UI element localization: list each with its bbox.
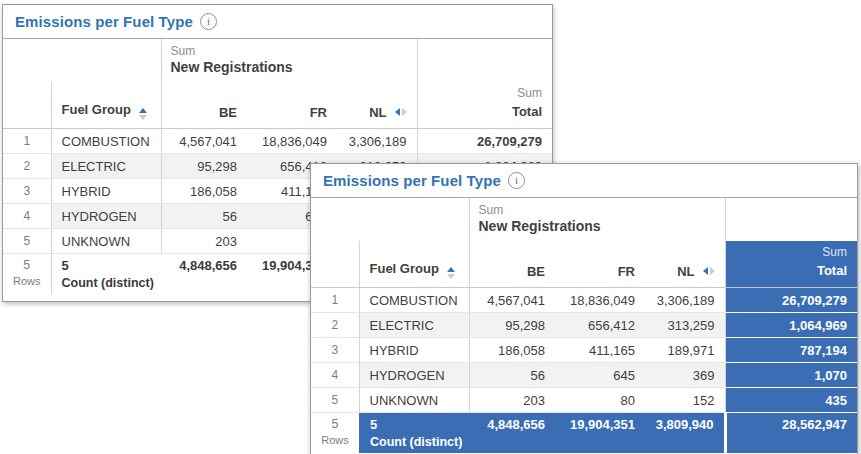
sort-ascending-icon[interactable] bbox=[139, 108, 147, 120]
column-collapse-icon[interactable] bbox=[395, 108, 407, 116]
row-number: 2 bbox=[3, 154, 51, 179]
fuel-group-header-label: Fuel Group bbox=[62, 102, 131, 117]
column-header-fr[interactable]: FR bbox=[247, 82, 337, 129]
table-row: 1 COMBUSTION 4,567,041 18,836,049 3,306,… bbox=[3, 129, 552, 154]
fuel-value-cell[interactable]: ELECTRIC bbox=[359, 313, 469, 338]
be-value-cell: 186,058 bbox=[469, 338, 555, 363]
be-value-cell: 186,058 bbox=[161, 179, 247, 204]
column-collapse-icon[interactable] bbox=[703, 267, 715, 275]
column-header-fr[interactable]: FR bbox=[555, 241, 645, 288]
header-blank-cell bbox=[311, 198, 469, 241]
column-header-fuel-group[interactable]: Fuel Group bbox=[359, 241, 469, 288]
be-value-cell: 95,298 bbox=[469, 313, 555, 338]
fuel-group-header-label: Fuel Group bbox=[370, 261, 439, 276]
measure-group-row: Sum New Registrations bbox=[311, 198, 857, 241]
column-header-be[interactable]: BE bbox=[469, 241, 555, 288]
row-number: 3 bbox=[311, 338, 359, 363]
measure-label: New Registrations bbox=[171, 59, 408, 76]
fuel-value-cell[interactable]: COMBUSTION bbox=[51, 129, 161, 154]
count-distinct-label: Count (distinct) bbox=[370, 435, 459, 449]
column-header-nl[interactable]: NL bbox=[645, 241, 725, 288]
be-total-cell: 4,848,656 bbox=[469, 413, 555, 454]
widget-title: Emissions per Fuel Type bbox=[323, 172, 501, 189]
fuel-value-cell[interactable]: HYBRID bbox=[51, 179, 161, 204]
corner-cell bbox=[3, 82, 51, 129]
fr-value-cell: 656,412 bbox=[555, 313, 645, 338]
total-value-cell: 1,064,969 bbox=[725, 313, 857, 338]
row-number: 4 bbox=[311, 363, 359, 388]
pivot-widget-front: Emissions per Fuel Type i Sum New Regist… bbox=[310, 163, 858, 454]
total-value-cell: 787,194 bbox=[725, 338, 857, 363]
row-number: 2 bbox=[311, 313, 359, 338]
column-header-row: Fuel Group BE FR NL Sum Total bbox=[311, 241, 857, 288]
totals-row: 5 Rows 5 Count (distinct) 4,848,656 19,9… bbox=[311, 413, 857, 454]
nl-value-cell: 3,306,189 bbox=[337, 129, 417, 154]
be-value-cell: 203 bbox=[469, 388, 555, 413]
table-row: 4 HYDROGEN 56 645 369 1,070 bbox=[311, 363, 857, 388]
fr-total-cell: 19,904,351 bbox=[555, 413, 645, 454]
column-header-nl[interactable]: NL bbox=[337, 82, 417, 129]
column-header-be[interactable]: BE bbox=[161, 82, 247, 129]
fr-value-cell: 80 bbox=[555, 388, 645, 413]
widget-title: Emissions per Fuel Type bbox=[15, 13, 193, 30]
count-distinct-label: Count (distinct) bbox=[62, 276, 152, 290]
total-value-cell: 26,709,279 bbox=[417, 129, 552, 154]
nl-value-cell: 189,971 bbox=[645, 338, 725, 363]
dashboard-canvas: Emissions per Fuel Type i Sum New Regist… bbox=[0, 0, 861, 454]
be-value-cell: 56 bbox=[469, 363, 555, 388]
rows-count-value: 5 bbox=[13, 258, 41, 272]
column-header-total[interactable]: Sum Total bbox=[725, 241, 857, 288]
be-value-cell: 4,567,041 bbox=[469, 288, 555, 313]
nl-header-label: NL bbox=[677, 264, 694, 279]
fuel-value-cell[interactable]: HYDROGEN bbox=[51, 204, 161, 229]
nl-value-cell: 152 bbox=[645, 388, 725, 413]
pivot-table: Sum New Registrations Fuel Group BE FR N… bbox=[311, 198, 857, 453]
fr-value-cell: 18,836,049 bbox=[247, 129, 337, 154]
fuel-value-cell[interactable]: UNKNOWN bbox=[51, 229, 161, 254]
total-blank-cell bbox=[725, 198, 857, 241]
info-icon[interactable]: i bbox=[200, 13, 217, 30]
row-number: 5 bbox=[311, 388, 359, 413]
total-value-cell: 26,709,279 bbox=[725, 288, 857, 313]
table-row: 1 COMBUSTION 4,567,041 18,836,049 3,306,… bbox=[311, 288, 857, 313]
sort-ascending-icon[interactable] bbox=[447, 267, 455, 279]
be-total-cell: 4,848,656 bbox=[161, 254, 247, 295]
measure-label: New Registrations bbox=[479, 218, 716, 235]
row-number: 3 bbox=[3, 179, 51, 204]
nl-value-cell: 3,306,189 bbox=[645, 288, 725, 313]
be-value-cell: 56 bbox=[161, 204, 247, 229]
column-header-total[interactable]: Sum Total bbox=[417, 82, 552, 129]
nl-value-cell: 369 bbox=[645, 363, 725, 388]
count-distinct-value: 5 bbox=[370, 417, 459, 432]
total-value-cell: 1,070 bbox=[725, 363, 857, 388]
fuel-value-cell[interactable]: HYBRID bbox=[359, 338, 469, 363]
fr-value-cell: 411,165 bbox=[555, 338, 645, 363]
corner-cell bbox=[311, 241, 359, 288]
measure-aggregation-label: Sum bbox=[171, 44, 408, 59]
fuel-value-cell[interactable]: HYDROGEN bbox=[359, 363, 469, 388]
widget-titlebar: Emissions per Fuel Type i bbox=[311, 164, 857, 198]
measure-group-header: Sum New Registrations bbox=[469, 198, 725, 241]
header-blank-cell bbox=[3, 39, 161, 82]
count-distinct-cell: 5 Count (distinct) bbox=[51, 254, 161, 295]
row-number: 1 bbox=[311, 288, 359, 313]
row-number: 5 bbox=[3, 229, 51, 254]
total-value-cell: 435 bbox=[725, 388, 857, 413]
be-value-cell: 4,567,041 bbox=[161, 129, 247, 154]
total-header-label: Total bbox=[736, 262, 848, 279]
fuel-value-cell[interactable]: UNKNOWN bbox=[359, 388, 469, 413]
rows-count-cell: 5 Rows bbox=[311, 413, 359, 454]
total-header-label: Total bbox=[428, 103, 543, 120]
nl-total-cell: 3,809,940 bbox=[645, 413, 725, 454]
info-icon[interactable]: i bbox=[508, 172, 525, 189]
be-value-cell: 95,298 bbox=[161, 154, 247, 179]
nl-header-label: NL bbox=[369, 105, 386, 120]
measure-group-header: Sum New Registrations bbox=[161, 39, 417, 82]
row-number: 4 bbox=[3, 204, 51, 229]
row-number: 1 bbox=[3, 129, 51, 154]
fuel-value-cell[interactable]: ELECTRIC bbox=[51, 154, 161, 179]
column-header-fuel-group[interactable]: Fuel Group bbox=[51, 82, 161, 129]
fuel-value-cell[interactable]: COMBUSTION bbox=[359, 288, 469, 313]
table-row: 3 HYBRID 186,058 411,165 189,971 787,194 bbox=[311, 338, 857, 363]
count-distinct-cell: 5 Count (distinct) bbox=[359, 413, 469, 454]
